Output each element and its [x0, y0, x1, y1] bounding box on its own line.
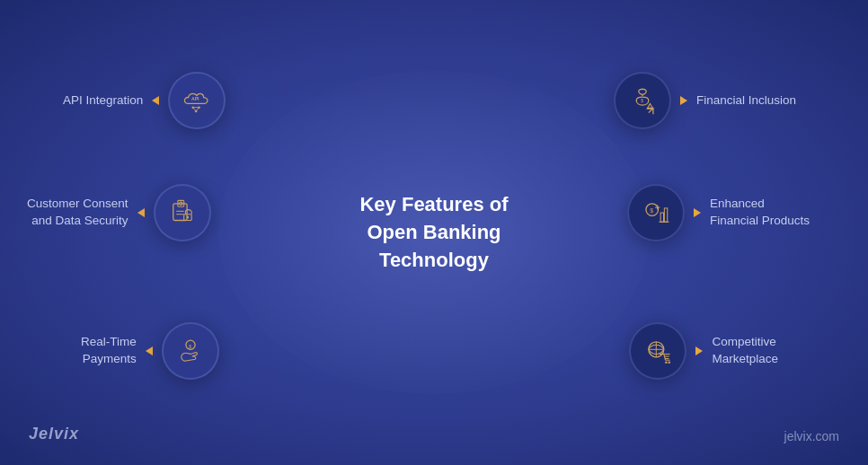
svg-rect-19: [664, 208, 667, 222]
svg-text:$: $: [641, 98, 643, 103]
brand-url: jelvix.com: [784, 429, 839, 443]
real-time-payments-label: Real-Time Payments: [81, 334, 137, 368]
customer-consent-node: Customer Consent and Data Security: [27, 184, 211, 241]
enhanced-financial-icon: $: [641, 197, 671, 228]
title-line3: Technology: [379, 248, 489, 270]
competitive-marketplace-icon-circle: [629, 322, 686, 380]
svg-line-5: [193, 108, 196, 111]
title-line2: Open Banking: [367, 221, 500, 243]
enhanced-financial-node: $ Enhanced Financial Products: [627, 184, 810, 241]
enhanced-financial-label-wrap: Enhanced Financial Products: [694, 196, 810, 230]
financial-inclusion-node: $ ! Financial Inclusion: [614, 72, 796, 129]
real-time-payments-icon: $: [175, 336, 206, 366]
center-title: Key Features of Open Banking Technology: [317, 191, 551, 274]
competitive-label-wrap: Competitive Marketplace: [695, 334, 778, 368]
real-time-payments-arrow: [146, 347, 153, 355]
customer-consent-icon-circle: [154, 184, 211, 241]
api-label-wrap: API Integration: [63, 92, 159, 110]
financial-inclusion-arrow: [680, 96, 687, 105]
svg-point-28: [666, 361, 669, 364]
api-integration-icon: API: [182, 85, 212, 116]
svg-point-15: [186, 216, 189, 219]
svg-rect-9: [173, 204, 186, 221]
financial-inclusion-icon-circle: $ !: [614, 72, 671, 129]
api-integration-icon-circle: API: [168, 72, 226, 129]
svg-point-29: [669, 361, 671, 364]
brand-left: Jelvix: [29, 425, 79, 443]
brand-right: jelvix.com: [784, 429, 839, 443]
customer-consent-icon: [167, 197, 198, 228]
api-integration-arrow: [152, 96, 159, 105]
competitive-marketplace-arrow: [695, 347, 703, 355]
financial-inclusion-icon: $ !: [627, 85, 658, 116]
svg-text:$: $: [650, 207, 653, 214]
title-line1: Key Features of: [359, 193, 508, 215]
enhanced-financial-icon-circle: $: [627, 184, 685, 241]
enhanced-financial-label: Enhanced Financial Products: [710, 196, 810, 230]
svg-rect-18: [660, 213, 663, 222]
customer-consent-arrow: [137, 208, 145, 217]
real-time-label-wrap: Real-Time Payments: [81, 334, 153, 368]
api-integration-node: API API Integration: [63, 72, 226, 129]
competitive-marketplace-label: Competitive Marketplace: [712, 334, 778, 368]
competitive-marketplace-node: Competitive Marketplace: [629, 322, 778, 380]
real-time-payments-node: $ Real-Time Payments: [81, 322, 219, 380]
svg-text:API: API: [191, 96, 199, 101]
svg-line-6: [196, 108, 199, 111]
customer-consent-label-wrap: Customer Consent and Data Security: [27, 196, 145, 230]
competitive-marketplace-icon: [642, 336, 673, 366]
api-integration-label: API Integration: [63, 92, 143, 110]
real-time-payments-icon-circle: $: [162, 322, 219, 380]
customer-consent-label: Customer Consent and Data Security: [27, 196, 128, 230]
enhanced-financial-arrow: [694, 208, 701, 217]
svg-text:!: !: [650, 106, 651, 110]
financial-inclusion-label: Financial Inclusion: [696, 92, 796, 110]
svg-text:$: $: [189, 344, 192, 349]
financial-inclusion-label-wrap: Financial Inclusion: [680, 92, 796, 110]
brand-name-left: Jelvix: [29, 425, 79, 443]
